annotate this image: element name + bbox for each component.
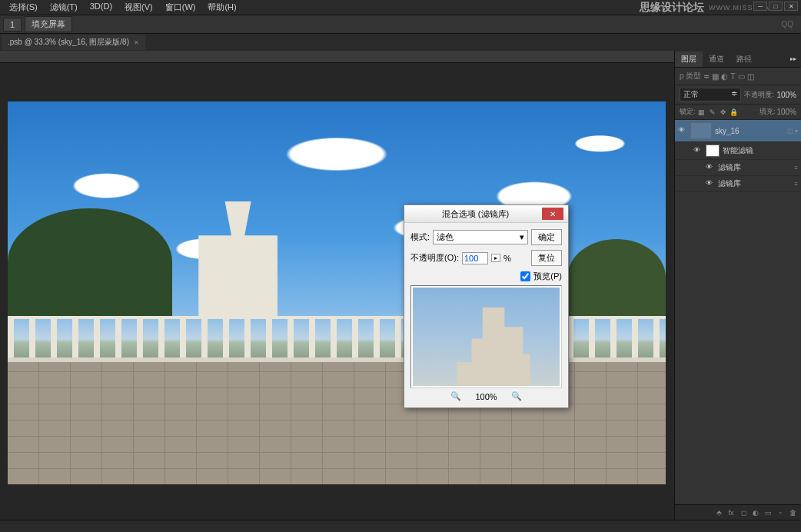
tab-channels[interactable]: 通道 xyxy=(703,52,730,67)
adjustment-icon[interactable]: ◐ xyxy=(750,507,761,518)
visibility-icon[interactable]: 👁 xyxy=(678,126,687,135)
fill-value[interactable]: 100% xyxy=(776,108,796,116)
layer-name[interactable]: 滤镜库 xyxy=(718,178,791,189)
document-tabs: .psb @ 33.3% (sky_16, 图层蒙版/8) ✕ xyxy=(0,34,801,51)
ok-button[interactable]: 确定 xyxy=(531,229,562,245)
link-icon[interactable]: ⬘ xyxy=(713,507,724,518)
visibility-icon[interactable]: 👁 xyxy=(693,146,703,155)
filter-edit-icon[interactable]: ≡ xyxy=(794,165,798,171)
layer-row[interactable]: 👁 滤镜库 ≡ xyxy=(675,176,801,192)
panel-menu-icon[interactable]: ▸▸ xyxy=(786,55,801,62)
layer-name[interactable]: 滤镜库 xyxy=(718,162,791,173)
opacity-arrow-icon[interactable]: ▸ xyxy=(491,254,500,262)
filter-adjust-icon[interactable]: ◐ xyxy=(721,72,728,81)
panel-opacity-label: 不透明度: xyxy=(744,90,774,100)
menu-3d[interactable]: 3D(D) xyxy=(85,0,117,15)
filter-type-icon[interactable]: T xyxy=(730,72,735,81)
smart-object-icon: ◫ ▾ xyxy=(787,128,798,135)
fx-icon[interactable]: fx xyxy=(726,507,736,518)
menu-window[interactable]: 窗口(W) xyxy=(161,0,201,15)
chevron-down-icon: ▾ xyxy=(520,232,524,242)
layer-row[interactable]: 👁 sky_16 ◫ ▾ xyxy=(675,120,801,142)
layer-name[interactable]: sky_16 xyxy=(715,127,784,135)
close-window-btn[interactable]: ✕ xyxy=(784,2,798,11)
maximize-btn[interactable]: □ xyxy=(769,2,783,11)
kind-label: ρ 类型 xyxy=(680,71,701,81)
ruler-horizontal xyxy=(0,51,674,63)
visibility-icon[interactable]: 👁 xyxy=(706,179,715,188)
filter-edit-icon[interactable]: ≡ xyxy=(794,181,798,188)
layer-name[interactable]: 智能滤镜 xyxy=(723,145,798,156)
zoom-out-icon[interactable]: 🔍 xyxy=(450,391,461,401)
dialog-title-text: 混合选项 (滤镜库) xyxy=(409,208,542,220)
fill-label: 填充: xyxy=(759,107,776,117)
document-tab-label: .psb @ 33.3% (sky_16, 图层蒙版/8) xyxy=(8,37,129,48)
filter-smart-icon[interactable]: ◫ xyxy=(747,72,754,81)
preview-label: 预览(P) xyxy=(533,271,562,282)
dialog-titlebar[interactable]: 混合选项 (滤镜库) ✕ xyxy=(404,205,568,223)
tab-layers[interactable]: 图层 xyxy=(675,52,703,67)
group-icon[interactable]: ▭ xyxy=(763,507,773,518)
canvas-area: 混合选项 (滤镜库) ✕ 模式: 滤色 ▾ 确定 不透明度(O): ▸ % xyxy=(0,51,674,520)
mask-thumbnail[interactable] xyxy=(706,145,720,157)
preview-checkbox[interactable] xyxy=(520,271,530,281)
reset-button[interactable]: 复位 xyxy=(531,250,562,266)
opacity-label: 不透明度(O): xyxy=(410,252,459,264)
layer-thumbnail[interactable] xyxy=(690,122,712,139)
mask-icon[interactable]: ◻ xyxy=(738,507,749,518)
blend-mode-select[interactable]: 正常≑ xyxy=(680,88,741,101)
zoom-value: 100% xyxy=(475,392,497,401)
qq-label: QQ xyxy=(781,20,798,28)
mode-label: 模式: xyxy=(410,231,430,243)
new-layer-icon[interactable]: ▫ xyxy=(775,507,786,518)
panel-opacity-value[interactable]: 100% xyxy=(776,91,796,99)
dialog-close-btn[interactable]: ✕ xyxy=(542,208,563,220)
tab-paths[interactable]: 路径 xyxy=(730,52,758,67)
close-tab-icon[interactable]: ✕ xyxy=(134,39,139,46)
options-bar: 1 填充屏幕 QQ xyxy=(0,15,801,34)
ribbon-btn-1[interactable]: 1 xyxy=(3,18,22,32)
minimize-btn[interactable]: ─ xyxy=(753,2,767,11)
ribbon-btn-fill[interactable]: 填充屏幕 xyxy=(25,16,72,32)
trash-icon[interactable]: 🗑 xyxy=(787,507,798,518)
lock-all-icon[interactable]: 🔒 xyxy=(730,108,739,117)
menu-select[interactable]: 选择(S) xyxy=(5,0,42,15)
status-bar xyxy=(0,520,801,532)
menu-help[interactable]: 帮助(H) xyxy=(203,0,241,15)
menu-filter[interactable]: 滤镜(T) xyxy=(45,0,82,15)
lock-move-icon[interactable]: ✥ xyxy=(719,108,728,117)
blend-mode-value: 正常 xyxy=(683,89,699,100)
layer-row[interactable]: 👁 智能滤镜 xyxy=(675,142,801,160)
zoom-in-icon[interactable]: 🔍 xyxy=(511,391,522,401)
menu-view[interactable]: 视图(V) xyxy=(120,0,158,15)
brand-name: 思缘设计论坛 xyxy=(640,1,704,15)
preview-image[interactable] xyxy=(413,288,560,386)
lock-label: 锁定: xyxy=(680,107,696,117)
mode-select[interactable]: 滤色 ▾ xyxy=(433,230,528,244)
layer-row[interactable]: 👁 滤镜库 ≡ xyxy=(675,160,801,176)
menu-bar: 选择(S) 滤镜(T) 3D(D) 视图(V) 窗口(W) 帮助(H) 思缘设计… xyxy=(0,0,801,15)
filter-shape-icon[interactable]: ▭ xyxy=(738,72,745,81)
visibility-icon[interactable]: 👁 xyxy=(706,163,715,172)
document-tab[interactable]: .psb @ 33.3% (sky_16, 图层蒙版/8) ✕ xyxy=(2,35,145,50)
lock-brush-icon[interactable]: ✎ xyxy=(708,108,717,117)
layers-panel: 图层 通道 路径 ▸▸ ρ 类型 ≑ ▦ ◐ T ▭ ◫ 正常≑ 不透明度: 1… xyxy=(674,51,801,520)
opacity-input[interactable] xyxy=(462,252,488,264)
blend-options-dialog: 混合选项 (滤镜库) ✕ 模式: 滤色 ▾ 确定 不透明度(O): ▸ % xyxy=(404,204,569,408)
filter-image-icon[interactable]: ▦ xyxy=(712,72,719,81)
opacity-unit: % xyxy=(504,254,511,263)
mode-value: 滤色 xyxy=(437,231,454,243)
lock-pixels-icon[interactable]: ▦ xyxy=(697,108,706,117)
preview-box xyxy=(410,285,562,388)
